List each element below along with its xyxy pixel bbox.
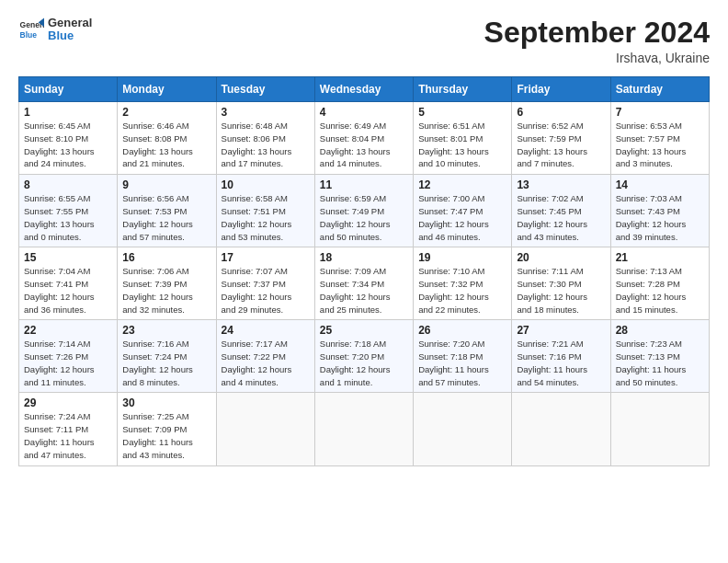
calendar-cell: 29Sunrise: 7:24 AMSunset: 7:11 PMDayligh… (19, 393, 118, 465)
calendar-cell: 15Sunrise: 7:04 AMSunset: 7:41 PMDayligh… (19, 247, 118, 320)
calendar-cell (414, 393, 512, 465)
calendar-cell: 1Sunrise: 6:45 AMSunset: 8:10 PMDaylight… (19, 102, 118, 175)
cell-content: Sunrise: 7:13 AMSunset: 7:28 PMDaylight:… (616, 265, 704, 316)
cell-content: Sunrise: 6:55 AMSunset: 7:55 PMDaylight:… (24, 192, 112, 243)
calendar-cell: 23Sunrise: 7:16 AMSunset: 7:24 PMDayligh… (118, 320, 216, 393)
calendar-cell: 13Sunrise: 7:02 AMSunset: 7:45 PMDayligh… (512, 175, 610, 247)
cell-content: Sunrise: 6:51 AMSunset: 8:01 PMDaylight:… (418, 120, 506, 170)
cell-content: Sunrise: 7:04 AMSunset: 7:41 PMDaylight:… (24, 265, 112, 316)
cell-content: Sunrise: 6:53 AMSunset: 7:57 PMDaylight:… (616, 120, 704, 170)
col-header-friday: Friday (512, 77, 610, 102)
day-number: 22 (24, 324, 112, 337)
calendar-cell (610, 393, 709, 465)
calendar-cell: 26Sunrise: 7:20 AMSunset: 7:18 PMDayligh… (414, 320, 512, 393)
cell-content: Sunrise: 7:21 AMSunset: 7:16 PMDaylight:… (517, 338, 605, 388)
calendar-cell: 18Sunrise: 7:09 AMSunset: 7:34 PMDayligh… (314, 247, 413, 320)
cell-content: Sunrise: 6:48 AMSunset: 8:06 PMDaylight:… (222, 120, 310, 170)
cell-content: Sunrise: 6:59 AMSunset: 7:49 PMDaylight:… (320, 192, 408, 243)
day-number: 14 (616, 178, 704, 191)
col-header-tuesday: Tuesday (216, 77, 314, 102)
day-number: 12 (418, 178, 506, 191)
cell-content: Sunrise: 6:58 AMSunset: 7:51 PMDaylight:… (222, 192, 310, 243)
day-number: 6 (517, 106, 605, 119)
col-header-monday: Monday (118, 77, 216, 102)
cell-content: Sunrise: 6:46 AMSunset: 8:08 PMDaylight:… (122, 120, 210, 170)
logo-blue: Blue (48, 29, 92, 42)
day-number: 16 (122, 251, 210, 264)
page-header: General Blue General Blue September 2024… (18, 17, 710, 65)
calendar-cell: 27Sunrise: 7:21 AMSunset: 7:16 PMDayligh… (512, 320, 610, 393)
cell-content: Sunrise: 7:03 AMSunset: 7:43 PMDaylight:… (616, 192, 704, 243)
cell-content: Sunrise: 6:49 AMSunset: 8:04 PMDaylight:… (320, 120, 408, 170)
day-number: 13 (517, 178, 605, 191)
day-number: 7 (616, 106, 704, 119)
day-number: 19 (418, 251, 506, 264)
day-number: 5 (418, 106, 506, 119)
day-number: 30 (122, 396, 210, 409)
calendar-cell: 2Sunrise: 6:46 AMSunset: 8:08 PMDaylight… (118, 102, 216, 175)
calendar-cell: 12Sunrise: 7:00 AMSunset: 7:47 PMDayligh… (414, 175, 512, 247)
col-header-sunday: Sunday (19, 77, 118, 102)
day-number: 4 (320, 106, 408, 119)
day-number: 20 (517, 251, 605, 264)
title-block: September 2024 Irshava, Ukraine (484, 17, 710, 65)
logo: General Blue General Blue (18, 17, 92, 43)
calendar-header-row: SundayMondayTuesdayWednesdayThursdayFrid… (19, 77, 710, 102)
cell-content: Sunrise: 7:25 AMSunset: 7:09 PMDaylight:… (122, 410, 210, 461)
cell-content: Sunrise: 7:24 AMSunset: 7:11 PMDaylight:… (24, 410, 112, 461)
day-number: 8 (24, 178, 112, 191)
logo-general: General (48, 17, 92, 29)
cell-content: Sunrise: 7:09 AMSunset: 7:34 PMDaylight:… (320, 265, 408, 316)
cell-content: Sunrise: 7:17 AMSunset: 7:22 PMDaylight:… (222, 338, 310, 388)
calendar-cell: 9Sunrise: 6:56 AMSunset: 7:53 PMDaylight… (118, 175, 216, 247)
calendar-cell: 5Sunrise: 6:51 AMSunset: 8:01 PMDaylight… (414, 102, 512, 175)
calendar-cell: 21Sunrise: 7:13 AMSunset: 7:28 PMDayligh… (610, 247, 709, 320)
col-header-thursday: Thursday (414, 77, 512, 102)
cell-content: Sunrise: 7:16 AMSunset: 7:24 PMDaylight:… (122, 338, 210, 388)
calendar-cell: 25Sunrise: 7:18 AMSunset: 7:20 PMDayligh… (314, 320, 413, 393)
cell-content: Sunrise: 7:02 AMSunset: 7:45 PMDaylight:… (517, 192, 605, 243)
calendar-cell: 20Sunrise: 7:11 AMSunset: 7:30 PMDayligh… (512, 247, 610, 320)
calendar-cell: 4Sunrise: 6:49 AMSunset: 8:04 PMDaylight… (314, 102, 413, 175)
cell-content: Sunrise: 6:45 AMSunset: 8:10 PMDaylight:… (24, 120, 112, 170)
logo-icon: General Blue (18, 17, 44, 42)
calendar-cell: 10Sunrise: 6:58 AMSunset: 7:51 PMDayligh… (216, 175, 314, 247)
week-row-2: 8Sunrise: 6:55 AMSunset: 7:55 PMDaylight… (19, 175, 710, 247)
day-number: 2 (122, 106, 210, 119)
day-number: 10 (222, 178, 310, 191)
cell-content: Sunrise: 7:23 AMSunset: 7:13 PMDaylight:… (616, 338, 704, 388)
day-number: 23 (122, 324, 210, 337)
col-header-saturday: Saturday (610, 77, 709, 102)
calendar-cell (216, 393, 314, 465)
cell-content: Sunrise: 7:07 AMSunset: 7:37 PMDaylight:… (222, 265, 310, 316)
calendar-cell: 17Sunrise: 7:07 AMSunset: 7:37 PMDayligh… (216, 247, 314, 320)
cell-content: Sunrise: 7:11 AMSunset: 7:30 PMDaylight:… (517, 265, 605, 316)
day-number: 9 (122, 178, 210, 191)
calendar-cell: 24Sunrise: 7:17 AMSunset: 7:22 PMDayligh… (216, 320, 314, 393)
calendar-cell: 14Sunrise: 7:03 AMSunset: 7:43 PMDayligh… (610, 175, 709, 247)
cell-content: Sunrise: 6:52 AMSunset: 7:59 PMDaylight:… (517, 120, 605, 170)
day-number: 26 (418, 324, 506, 337)
calendar-cell (512, 393, 610, 465)
day-number: 11 (320, 178, 408, 191)
cell-content: Sunrise: 7:20 AMSunset: 7:18 PMDaylight:… (418, 338, 506, 388)
day-number: 24 (222, 324, 310, 337)
week-row-4: 22Sunrise: 7:14 AMSunset: 7:26 PMDayligh… (19, 320, 710, 393)
day-number: 17 (222, 251, 310, 264)
calendar-cell: 19Sunrise: 7:10 AMSunset: 7:32 PMDayligh… (414, 247, 512, 320)
calendar-cell: 8Sunrise: 6:55 AMSunset: 7:55 PMDaylight… (19, 175, 118, 247)
cell-content: Sunrise: 7:00 AMSunset: 7:47 PMDaylight:… (418, 192, 506, 243)
calendar-cell: 22Sunrise: 7:14 AMSunset: 7:26 PMDayligh… (19, 320, 118, 393)
calendar-cell: 28Sunrise: 7:23 AMSunset: 7:13 PMDayligh… (610, 320, 709, 393)
day-number: 29 (24, 396, 112, 409)
day-number: 1 (24, 106, 112, 119)
calendar-cell: 6Sunrise: 6:52 AMSunset: 7:59 PMDaylight… (512, 102, 610, 175)
calendar-cell: 16Sunrise: 7:06 AMSunset: 7:39 PMDayligh… (118, 247, 216, 320)
calendar-cell: 7Sunrise: 6:53 AMSunset: 7:57 PMDaylight… (610, 102, 709, 175)
day-number: 25 (320, 324, 408, 337)
calendar-cell: 11Sunrise: 6:59 AMSunset: 7:49 PMDayligh… (314, 175, 413, 247)
day-number: 3 (222, 106, 310, 119)
cell-content: Sunrise: 7:06 AMSunset: 7:39 PMDaylight:… (122, 265, 210, 316)
location: Irshava, Ukraine (484, 51, 710, 65)
col-header-wednesday: Wednesday (314, 77, 413, 102)
